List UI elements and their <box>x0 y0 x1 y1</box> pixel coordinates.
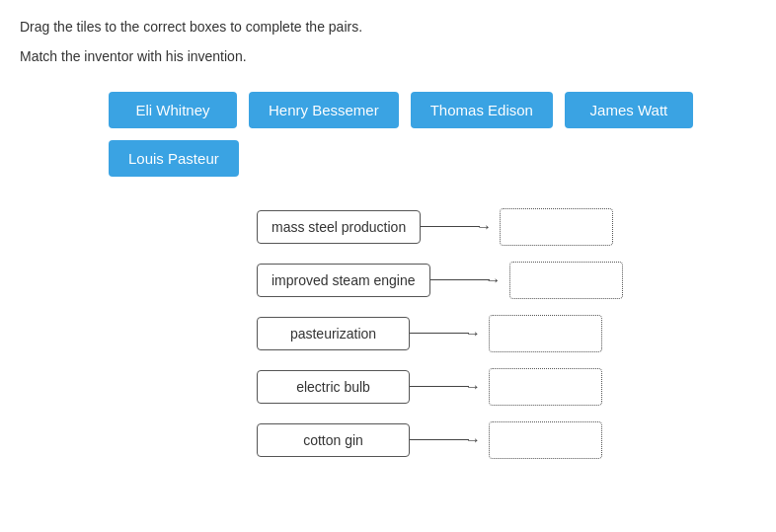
pair-row-mass-steel: mass steel production <box>257 208 756 246</box>
inventor-tiles-row2: Louis Pasteur <box>109 140 756 177</box>
arrow-electric-bulb <box>410 378 489 396</box>
arrow-pasteurization <box>410 325 489 342</box>
invention-electric-bulb: electric bulb <box>257 370 410 404</box>
pair-row-electric-bulb: electric bulb <box>257 368 756 406</box>
invention-steam-engine: improved steam engine <box>257 264 430 297</box>
tile-eli-whitney[interactable]: Eli Whitney <box>109 92 237 128</box>
arrow-steam-engine <box>430 271 509 289</box>
drop-box-electric-bulb[interactable] <box>489 368 602 406</box>
tile-james-watt[interactable]: James Watt <box>565 92 693 128</box>
pair-row-steam-engine: improved steam engine <box>257 262 756 299</box>
invention-mass-steel: mass steel production <box>257 210 421 244</box>
arrow-cotton-gin <box>410 431 489 449</box>
invention-cotton-gin: cotton gin <box>257 423 410 457</box>
instruction-line1: Drag the tiles to the correct boxes to c… <box>20 16 756 38</box>
inventor-tiles-row1: Eli Whitney Henry Bessemer Thomas Edison… <box>109 92 756 128</box>
drop-box-pasteurization[interactable] <box>489 315 602 352</box>
drop-box-steam-engine[interactable] <box>509 262 623 299</box>
tile-thomas-edison[interactable]: Thomas Edison <box>411 92 553 128</box>
instruction-line2: Match the inventor with his invention. <box>20 45 756 67</box>
drop-box-cotton-gin[interactable] <box>489 421 602 459</box>
tile-louis-pasteur[interactable]: Louis Pasteur <box>109 140 239 177</box>
drop-box-mass-steel[interactable] <box>500 208 613 246</box>
tile-henry-bessemer[interactable]: Henry Bessemer <box>249 92 399 128</box>
pair-row-cotton-gin: cotton gin <box>257 421 756 459</box>
pairs-section: mass steel production improved steam eng… <box>257 208 756 459</box>
pair-row-pasteurization: pasteurization <box>257 315 756 352</box>
invention-pasteurization: pasteurization <box>257 317 410 350</box>
arrow-mass-steel <box>421 218 500 236</box>
